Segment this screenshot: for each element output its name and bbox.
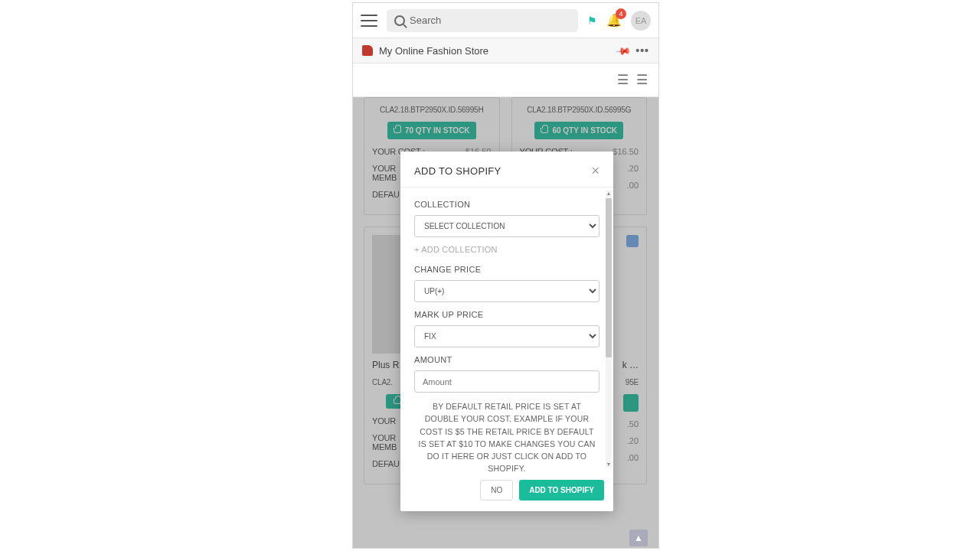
scroll-down-icon[interactable]: ▾ [606, 461, 612, 468]
scrollbar[interactable]: ▴ ▾ [606, 191, 612, 468]
amount-label: AMOUNT [414, 355, 599, 364]
notification-badge: 4 [616, 8, 626, 19]
view-grid-icon[interactable]: ☰ [636, 72, 648, 88]
store-bar: My Online Fashion Store 📌 ••• [353, 38, 658, 64]
notifications-button[interactable]: 🔔 4 [606, 13, 622, 28]
scroll-thumb[interactable] [606, 198, 612, 357]
add-collection-link[interactable]: + ADD COLLECTION [414, 245, 599, 254]
markup-select[interactable]: FIX [414, 325, 599, 347]
close-icon[interactable]: × [591, 164, 599, 178]
collection-label: COLLECTION [414, 200, 599, 209]
flag-icon[interactable]: ⚑ [587, 15, 597, 27]
scroll-up-icon[interactable]: ▴ [606, 191, 612, 197]
search-input[interactable]: Search [387, 9, 578, 32]
device-frame: Search ⚑ 🔔 4 EA My Online Fashion Store … [352, 2, 659, 549]
more-icon[interactable]: ••• [635, 44, 649, 57]
store-name: My Online Fashion Store [379, 45, 611, 57]
menu-icon[interactable] [361, 15, 377, 27]
view-list-icon[interactable]: ☰ [617, 72, 629, 88]
add-to-shopify-button[interactable]: ADD TO SHOPIFY [519, 480, 604, 500]
collection-select[interactable]: SELECT COLLECTION [414, 215, 599, 237]
search-icon [394, 15, 405, 26]
modal-body: ▴ ▾ COLLECTION SELECT COLLECTION + ADD C… [400, 187, 613, 472]
change-price-label: CHANGE PRICE [414, 265, 599, 274]
search-placeholder: Search [410, 15, 441, 26]
add-to-shopify-modal: ADD TO SHOPIFY × ▴ ▾ COLLECTION SELECT C… [400, 152, 613, 511]
change-price-select[interactable]: UP(+) [414, 280, 599, 302]
scroll-top-button[interactable]: ▲ [629, 530, 648, 546]
modal-title: ADD TO SHOPIFY [414, 165, 501, 177]
no-button[interactable]: NO [480, 480, 513, 500]
markup-label: MARK UP PRICE [414, 310, 599, 319]
avatar[interactable]: EA [631, 11, 651, 31]
top-bar: Search ⚑ 🔔 4 EA [353, 3, 658, 38]
amount-input[interactable] [414, 370, 599, 393]
modal-footer: NO ADD TO SHOPIFY [400, 472, 613, 511]
modal-header: ADD TO SHOPIFY × [400, 152, 613, 187]
helper-text: BY DEFAULT RETAIL PRICE IS SET AT DOUBLE… [414, 400, 599, 475]
view-switcher: ☰ ☰ [353, 64, 658, 97]
pin-icon[interactable]: 📌 [615, 42, 632, 59]
store-logo-icon [362, 45, 373, 56]
